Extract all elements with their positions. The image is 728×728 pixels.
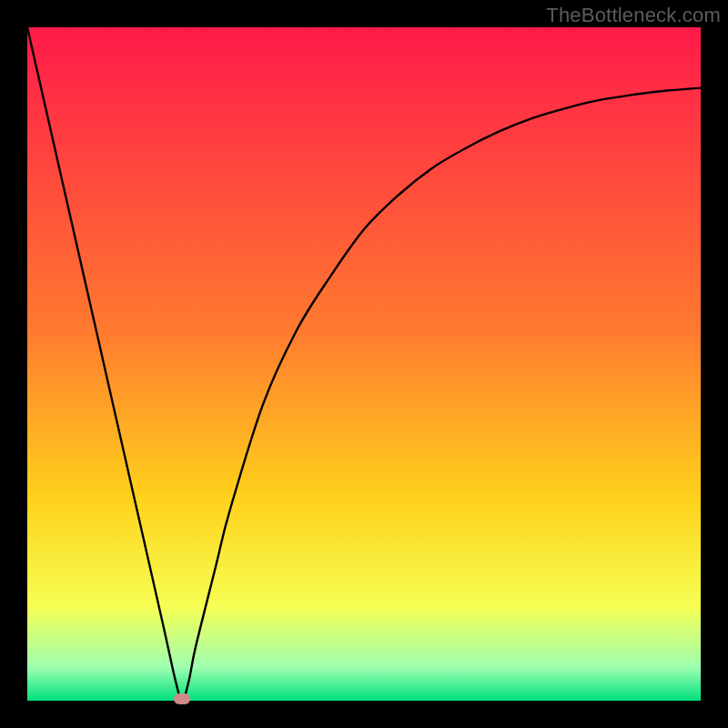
bottleneck-chart	[27, 27, 701, 701]
gradient-background	[27, 27, 701, 701]
credit-watermark: TheBottleneck.com	[546, 4, 721, 27]
chart-frame	[27, 27, 701, 701]
optimal-point-marker	[174, 693, 190, 704]
